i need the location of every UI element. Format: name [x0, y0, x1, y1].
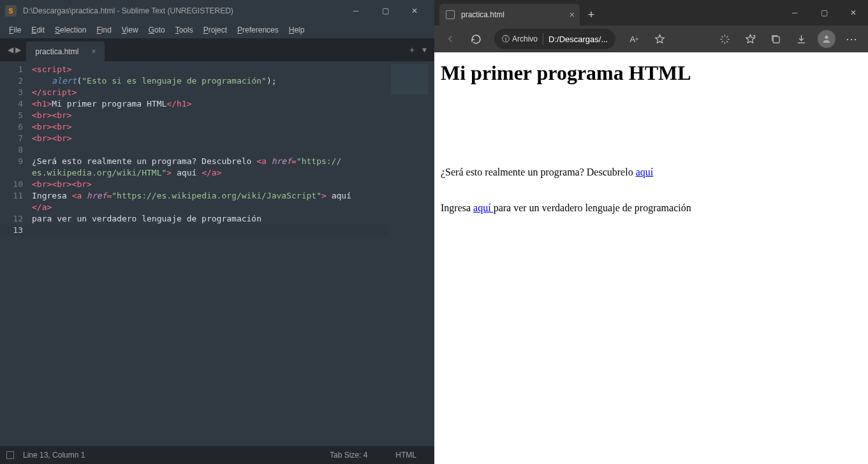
rendered-page: Mi primer programa HTML ¿Será esto realm… [434, 52, 868, 464]
edge-titlebar: practica.html × + ─ ▢ ✕ [434, 0, 868, 26]
sublime-window: S D:\Descargas\practica.html - Sublime T… [0, 0, 434, 464]
menu-tools[interactable]: Tools [170, 23, 198, 37]
line-number[interactable] [0, 202, 32, 213]
line-number[interactable]: 8 [0, 144, 32, 156]
svg-rect-0 [773, 36, 779, 43]
code-line[interactable]: <br><br><br> [32, 179, 388, 190]
line-number[interactable]: 3 [0, 87, 32, 98]
sublime-tabbar: ◀ ▶ practica.html × + ▼ [0, 38, 434, 61]
link-html-wiki[interactable]: aquí [636, 167, 654, 177]
site-identity-icon[interactable]: ⓘ Archivo [502, 34, 538, 45]
code-line[interactable] [32, 144, 388, 156]
status-panel-icon[interactable] [6, 451, 14, 459]
line-number[interactable]: 13 [0, 225, 32, 236]
line-number[interactable]: 1 [0, 64, 32, 75]
close-button[interactable]: ✕ [400, 0, 429, 22]
line-number[interactable]: 6 [0, 121, 32, 133]
page-paragraph-1: ¿Será esto realmente un programa? Descub… [441, 167, 862, 178]
line-number[interactable]: 11 [0, 190, 32, 202]
sublime-logo-icon: S [5, 5, 17, 17]
line-number[interactable] [0, 167, 32, 179]
line-number[interactable]: 12 [0, 213, 32, 225]
downloads-icon[interactable] [790, 29, 812, 49]
link-js-wiki[interactable]: aquí [473, 202, 494, 213]
menu-view[interactable]: View [117, 23, 143, 37]
page-icon [446, 10, 455, 19]
file-tab-label: practica.html [35, 47, 78, 56]
tab-close-icon[interactable]: × [570, 10, 575, 20]
line-number[interactable]: 5 [0, 110, 32, 121]
svg-point-1 [825, 36, 828, 39]
code-line[interactable] [32, 225, 388, 236]
editor-body: 12345678910111213 <script> alert("Esto s… [0, 61, 434, 446]
menu-help[interactable]: Help [284, 23, 310, 37]
status-cursor-pos[interactable]: Line 13, Column 1 [23, 451, 85, 460]
menu-selection[interactable]: Selection [50, 23, 91, 37]
line-number[interactable]: 2 [0, 75, 32, 87]
status-syntax[interactable]: HTML [395, 451, 416, 460]
edge-window: practica.html × + ─ ▢ ✕ ⓘ Archivo D:/Des… [434, 0, 868, 464]
code-line[interactable]: ¿Será esto realmente un programa? Descub… [32, 156, 388, 167]
browser-tab[interactable]: practica.html × [439, 4, 580, 26]
code-line[interactable]: para ver un verdadero lenguaje de progra… [32, 213, 388, 225]
minimap[interactable] [388, 61, 434, 446]
favorites-bar-icon[interactable] [739, 29, 761, 49]
new-tab-button[interactable]: + [580, 4, 603, 26]
code-line[interactable]: es.wikipedia.org/wiki/HTML"> aquí </a> [32, 167, 388, 179]
favorite-icon[interactable] [649, 29, 670, 49]
menu-goto[interactable]: Goto [143, 23, 170, 37]
line-number[interactable]: 10 [0, 179, 32, 190]
maximize-button[interactable]: ▢ [809, 0, 839, 26]
minimize-button[interactable]: ─ [341, 0, 371, 22]
refresh-button[interactable] [465, 29, 487, 49]
url-text: D:/Descargas/... [548, 34, 608, 44]
read-aloud-icon[interactable]: A» [623, 29, 645, 49]
code-editor[interactable]: <script> alert("Esto si es lenguaje de p… [32, 61, 388, 446]
tab-overflow-button[interactable]: ▼ [421, 46, 428, 54]
maximize-button[interactable]: ▢ [371, 0, 400, 22]
new-tab-button[interactable]: + [409, 45, 415, 55]
code-line[interactable]: </script> [32, 87, 388, 98]
close-button[interactable]: ✕ [839, 0, 868, 26]
code-line[interactable]: <h1>Mi primer programa HTML</h1> [32, 98, 388, 110]
code-line[interactable]: </a> [32, 202, 388, 213]
line-number[interactable]: 7 [0, 133, 32, 144]
code-line[interactable]: alert("Esto si es lenguaje de programaci… [32, 75, 388, 87]
extensions-icon[interactable] [714, 29, 735, 49]
page-h1: Mi primer programa HTML [441, 61, 862, 85]
menu-edit[interactable]: Edit [26, 23, 50, 37]
line-gutter[interactable]: 12345678910111213 [0, 61, 32, 446]
code-line[interactable]: <br><br> [32, 110, 388, 121]
minimize-button[interactable]: ─ [780, 0, 809, 26]
back-button[interactable] [439, 29, 461, 49]
tab-history-arrows[interactable]: ◀ ▶ [3, 38, 26, 61]
menu-find[interactable]: Find [91, 23, 116, 37]
tab-close-icon[interactable]: × [91, 47, 96, 56]
more-menu-icon[interactable]: ⋯ [841, 29, 863, 49]
sublime-title: D:\Descargas\practica.html - Sublime Tex… [23, 6, 341, 15]
page-paragraph-2: Ingresa aquí para ver un verdadero lengu… [441, 202, 862, 214]
code-line[interactable]: Ingresa <a href="https://es.wikipedia.or… [32, 190, 388, 202]
line-number[interactable]: 4 [0, 98, 32, 110]
menu-project[interactable]: Project [198, 23, 232, 37]
file-tab[interactable]: practica.html × [26, 41, 105, 61]
line-number[interactable]: 9 [0, 156, 32, 167]
profile-avatar[interactable] [816, 29, 837, 49]
minimap-content [391, 64, 428, 94]
collections-icon[interactable] [765, 29, 786, 49]
browser-tab-title: practica.html [461, 10, 504, 19]
code-line[interactable]: <br><br> [32, 133, 388, 144]
menu-preferences[interactable]: Preferences [232, 23, 284, 37]
menu-file[interactable]: File [4, 23, 26, 37]
code-line[interactable]: <br><br> [32, 121, 388, 133]
status-tabsize[interactable]: Tab Size: 4 [330, 451, 367, 460]
browser-toolbar: ⓘ Archivo D:/Descargas/... A» ⋯ [434, 26, 868, 52]
status-bar: Line 13, Column 1 Tab Size: 4 HTML [0, 446, 434, 464]
code-line[interactable]: <script> [32, 64, 388, 75]
sublime-titlebar[interactable]: S D:\Descargas\practica.html - Sublime T… [0, 0, 434, 22]
address-bar[interactable]: ⓘ Archivo D:/Descargas/... [494, 29, 615, 49]
sublime-menubar: FileEditSelectionFindViewGotoToolsProjec… [0, 22, 434, 38]
